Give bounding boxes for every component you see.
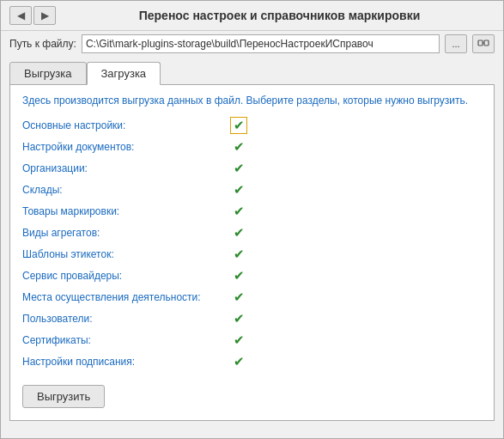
item-label-8: Места осуществления деятельности: (22, 291, 228, 303)
list-item: Пользователи: ✔ (22, 310, 482, 327)
back-button[interactable]: ◀ (9, 6, 32, 25)
checkbox-10[interactable]: ✔ (230, 332, 247, 349)
export-button-label: Выгрузить (37, 390, 90, 403)
info-text: Здесь производится выгрузка данных в фай… (22, 94, 482, 108)
back-icon: ◀ (17, 9, 25, 21)
path-label: Путь к файлу: (9, 38, 76, 50)
path-dots-button[interactable]: ... (445, 34, 467, 53)
list-item: Товары маркировки: ✔ (22, 203, 482, 220)
check-icon-9: ✔ (234, 312, 245, 325)
title-bar: ◀ ▶ Перенос настроек и справочников марк… (1, 1, 503, 31)
check-icon-10: ✔ (234, 333, 245, 346)
item-label-0: Основные настройки: (22, 119, 228, 131)
svg-rect-0 (478, 40, 483, 46)
checkbox-4[interactable]: ✔ (230, 203, 247, 220)
check-icon-2: ✔ (234, 162, 245, 174)
item-label-6: Шаблоны этикеток: (22, 248, 228, 260)
export-button[interactable]: Выгрузить (22, 385, 105, 408)
tab-export[interactable]: Выгрузка (9, 62, 87, 85)
path-link-button[interactable] (472, 34, 495, 53)
check-icon-4: ✔ (234, 204, 245, 217)
list-item: Виды агрегатов: ✔ (22, 224, 482, 241)
checkbox-0[interactable]: ✔ (230, 117, 247, 134)
main-window: ◀ ▶ Перенос настроек и справочников марк… (0, 0, 504, 439)
check-icon-8: ✔ (234, 290, 245, 303)
item-label-1: Настройки документов: (22, 141, 228, 153)
window-title: Перенос настроек и справочников маркиров… (64, 9, 495, 22)
checkbox-9[interactable]: ✔ (230, 310, 247, 327)
check-icon-0: ✔ (234, 119, 245, 131)
item-label-5: Виды агрегатов: (22, 227, 228, 239)
checkbox-1[interactable]: ✔ (230, 138, 247, 155)
list-item: Сервис провайдеры: ✔ (22, 267, 482, 284)
check-icon-5: ✔ (234, 226, 245, 239)
tabs: Выгрузка Загрузка (9, 62, 495, 85)
check-icon-11: ✔ (234, 355, 245, 368)
forward-button[interactable]: ▶ (33, 6, 56, 25)
tab-export-label: Выгрузка (24, 67, 72, 80)
checkbox-8[interactable]: ✔ (230, 289, 247, 306)
tab-import-label: Загрузка (101, 67, 147, 80)
list-item: Склады: ✔ (22, 181, 482, 198)
forward-icon: ▶ (41, 9, 49, 21)
check-icon-3: ✔ (234, 183, 245, 196)
check-icon-7: ✔ (234, 269, 245, 282)
list-item: Сертификаты: ✔ (22, 332, 482, 349)
check-icon-1: ✔ (234, 140, 245, 153)
list-item: Шаблоны этикеток: ✔ (22, 246, 482, 263)
tab-import[interactable]: Загрузка (87, 62, 161, 85)
list-item: Основные настройки: ✔ (22, 117, 482, 134)
dots-icon: ... (452, 39, 459, 49)
list-item: Места осуществления деятельности: ✔ (22, 289, 482, 306)
item-label-10: Сертификаты: (22, 334, 228, 346)
item-label-2: Организации: (22, 162, 228, 174)
link-icon (477, 37, 489, 51)
list-item: Настройки документов: ✔ (22, 138, 482, 155)
item-label-3: Склады: (22, 184, 228, 196)
checkbox-3[interactable]: ✔ (230, 181, 247, 198)
checkbox-7[interactable]: ✔ (230, 267, 247, 284)
check-icon-6: ✔ (234, 247, 245, 260)
checkbox-6[interactable]: ✔ (230, 246, 247, 263)
item-label-9: Пользователи: (22, 313, 228, 325)
checkbox-11[interactable]: ✔ (230, 353, 247, 370)
item-label-11: Настройки подписания: (22, 356, 228, 368)
path-bar: Путь к файлу: ... (1, 31, 503, 57)
tab-panel: Здесь производится выгрузка данных в фай… (9, 84, 495, 421)
item-label-4: Товары маркировки: (22, 205, 228, 217)
list-item: Настройки подписания: ✔ (22, 353, 482, 370)
path-input[interactable] (82, 34, 440, 53)
item-label-7: Сервис провайдеры: (22, 270, 228, 282)
checkbox-2[interactable]: ✔ (230, 160, 247, 177)
checkbox-5[interactable]: ✔ (230, 224, 247, 241)
main-content: Выгрузка Загрузка Здесь производится выг… (1, 57, 503, 430)
svg-rect-1 (484, 40, 489, 46)
list-item: Организации: ✔ (22, 160, 482, 177)
nav-buttons: ◀ ▶ (9, 6, 56, 25)
